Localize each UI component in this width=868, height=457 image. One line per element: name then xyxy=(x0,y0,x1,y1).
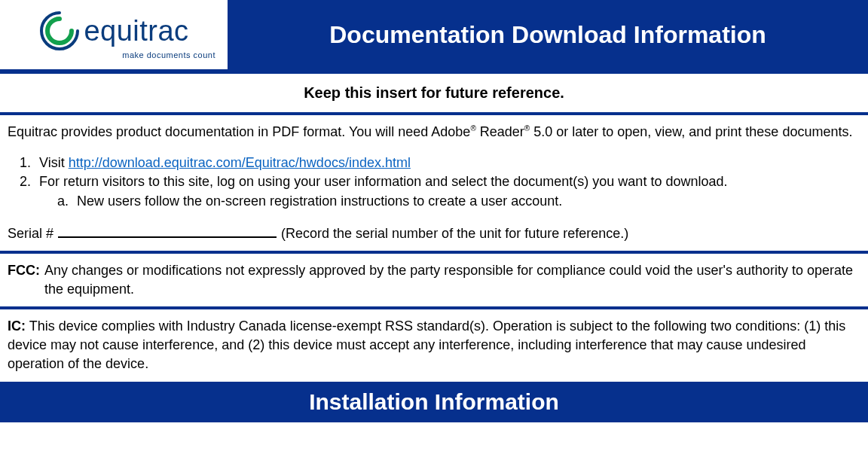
ic-label: IC: xyxy=(8,318,26,334)
fcc-text: Any changes or modifications not express… xyxy=(44,261,860,299)
step-1: Visit http://download.equitrac.com/Equit… xyxy=(35,154,860,172)
serial-note: (Record the serial number of the unit fo… xyxy=(281,224,628,243)
fcc-label: FCC: xyxy=(8,261,40,299)
serial-input-line[interactable] xyxy=(58,223,277,238)
intro-pre: Equitrac provides product documentation … xyxy=(8,124,470,139)
steps-list: Visit http://download.equitrac.com/Equit… xyxy=(8,154,860,211)
intro-paragraph: Equitrac provides product documentation … xyxy=(8,123,860,142)
ic-section: IC: This device complies with Industry C… xyxy=(0,309,868,385)
logo-word: equitrac xyxy=(84,15,188,47)
intro-post: 5.0 or later to open, view, and print th… xyxy=(530,124,852,139)
step-2-text: For return visitors to this site, log on… xyxy=(39,174,727,189)
serial-label: Serial # xyxy=(8,224,53,243)
step-1-pre: Visit xyxy=(39,155,69,170)
step-2-sublist: New users follow the on-screen registrat… xyxy=(39,192,860,211)
fcc-line: FCC: Any changes or modifications not ex… xyxy=(8,261,860,299)
logo-row: equitrac xyxy=(38,10,188,52)
step-2a: New users follow the on-screen registrat… xyxy=(72,192,860,211)
fcc-section: FCC: Any changes or modifications not ex… xyxy=(0,254,868,309)
download-link[interactable]: http://download.equitrac.com/Equitrac/hw… xyxy=(69,155,411,170)
step-2: For return visitors to this site, log on… xyxy=(35,172,860,210)
page-title: Documentation Download Information xyxy=(228,0,868,69)
intro-mid: Reader xyxy=(476,124,524,139)
logo-tagline: make documents count xyxy=(122,50,220,59)
serial-row: Serial # (Record the serial number of th… xyxy=(8,223,860,243)
logo-box: equitrac make documents count xyxy=(0,0,228,69)
registered-mark-icon: ® xyxy=(470,124,475,133)
keep-insert-banner: Keep this insert for future reference. xyxy=(0,74,868,115)
instructions-section: Equitrac provides product documentation … xyxy=(0,115,868,254)
installation-title: Installation Information xyxy=(0,385,868,422)
ic-text: This device complies with Industry Canad… xyxy=(8,318,845,371)
equitrac-swirl-icon xyxy=(38,10,81,52)
ic-paragraph: IC: This device complies with Industry C… xyxy=(8,317,860,374)
document-root: equitrac make documents count Documentat… xyxy=(0,0,868,422)
header-row: equitrac make documents count Documentat… xyxy=(0,0,868,74)
